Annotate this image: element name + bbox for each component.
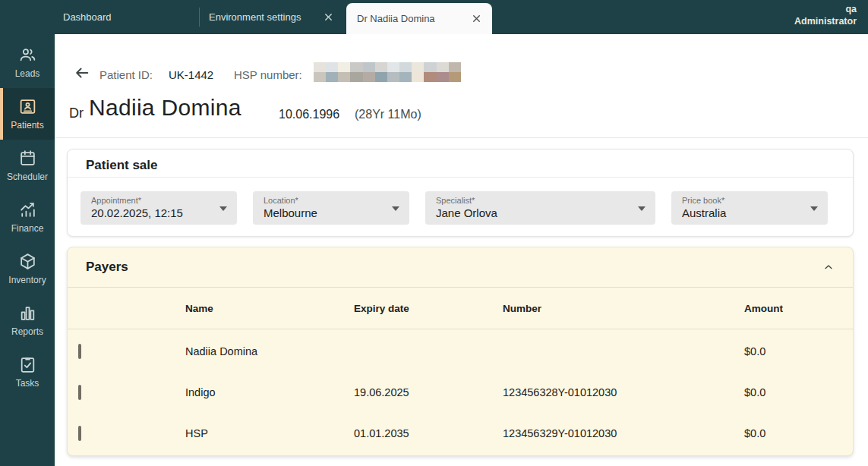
- payer-row: HSP 01.01.2035 123456329Y-01012030 $0.0: [68, 413, 853, 454]
- patient-name: Nadiia Domina: [89, 95, 241, 121]
- payer-amount: $0.0: [744, 386, 853, 398]
- close-icon[interactable]: [323, 11, 334, 23]
- payer-expiry: 01.01.2035: [354, 427, 503, 439]
- payer-number: 123456328Y-01012030: [503, 386, 744, 398]
- tab-label: Dr Nadiia Domina: [357, 13, 435, 24]
- field-label: Location*: [264, 196, 388, 205]
- field-value: Melbourne: [264, 206, 388, 219]
- column-header-amount: Amount: [744, 303, 853, 314]
- clipboard-check-icon: [18, 355, 37, 374]
- tab-dashboard[interactable]: Dashboard: [55, 0, 199, 34]
- close-icon[interactable]: [471, 13, 482, 24]
- patient-age: (28Yr 11Mo): [355, 108, 421, 121]
- payer-row: Indigo 19.06.2025 123456328Y-01012030 $0…: [68, 372, 853, 413]
- payers-title: Payers: [86, 260, 128, 275]
- cube-icon: [18, 252, 37, 271]
- sidebar-item-label: Inventory: [8, 275, 46, 285]
- id-card-icon: [18, 97, 37, 116]
- payer-name: HSP: [185, 427, 354, 439]
- finance-chart-icon: [18, 200, 37, 219]
- field-label: Appointment*: [91, 196, 216, 205]
- sidebar-item-tasks[interactable]: Tasks: [0, 346, 55, 398]
- sidebar-item-reports[interactable]: Reports: [0, 294, 55, 346]
- field-value: Jane Orlova: [436, 206, 634, 219]
- chevron-up-icon[interactable]: [822, 261, 835, 273]
- location-select[interactable]: Location* Melbourne: [253, 191, 409, 225]
- sidebar-item-label: Finance: [11, 223, 44, 234]
- hsp-redacted: [314, 62, 461, 82]
- field-value: 20.02.2025, 12:15: [91, 206, 216, 219]
- sidebar-item-label: Scheduler: [7, 172, 48, 182]
- column-header-name: Name: [185, 303, 354, 314]
- sidebar-item-leads[interactable]: Leads: [0, 36, 55, 88]
- dropdown-arrow-icon: [810, 206, 818, 211]
- user-name: qa: [794, 4, 857, 16]
- calendar-icon: [18, 149, 37, 168]
- payer-amount: $0.0: [744, 345, 853, 357]
- people-icon: [18, 46, 37, 65]
- dropdown-arrow-icon: [638, 206, 645, 211]
- appointment-select[interactable]: Appointment* 20.02.2025, 12:15: [80, 191, 237, 225]
- tab-dr-nadiia-domina[interactable]: Dr Nadiia Domina: [346, 3, 492, 34]
- patient-sale-card: Patient sale Appointment* 20.02.2025, 12…: [67, 149, 854, 237]
- hsp-number-label: HSP number:: [234, 68, 302, 81]
- payer-number: 123456329Y-01012030: [503, 427, 744, 439]
- payer-name: Nadiia Domina: [185, 345, 354, 357]
- sidebar-item-scheduler[interactable]: Scheduler: [0, 140, 55, 191]
- sidebar-item-inventory[interactable]: Inventory: [0, 243, 55, 294]
- tab-label: Dashboard: [63, 11, 112, 23]
- topbar: Dashboard Environment settings Dr Nadiia…: [0, 0, 868, 34]
- header-divider: [55, 137, 868, 138]
- tab-environment-settings[interactable]: Environment settings: [199, 0, 346, 34]
- patient-id-value: UK-1442: [169, 68, 213, 81]
- row-checkbox[interactable]: [78, 344, 81, 359]
- tab-label: Environment settings: [209, 11, 301, 23]
- patient-title-prefix: Dr: [69, 105, 84, 121]
- back-arrow-icon[interactable]: [74, 65, 90, 81]
- user-badge[interactable]: qa Administrator: [794, 4, 857, 27]
- payers-table-header: Name Expiry date Number Amount: [68, 288, 853, 329]
- sidebar-item-label: Patients: [11, 120, 43, 131]
- payers-table-body: Nadiia Domina $0.0 Indigo 19.06.2025 123…: [68, 329, 853, 454]
- user-role: Administrator: [794, 16, 857, 28]
- payer-expiry: 19.06.2025: [354, 386, 503, 398]
- dropdown-arrow-icon: [219, 206, 227, 211]
- bar-chart-icon: [18, 304, 37, 323]
- field-value: Australia: [682, 206, 806, 219]
- payer-name: Indigo: [185, 386, 354, 398]
- patient-dob: 10.06.1996: [279, 108, 339, 121]
- specialist-select[interactable]: Specialist* Jane Orlova: [425, 191, 655, 225]
- payer-row: Nadiia Domina $0.0: [68, 331, 853, 372]
- payers-header: Payers: [68, 247, 853, 288]
- payers-card: Payers Name Expiry date Number Amount Na…: [67, 247, 854, 456]
- sidebar-item-label: Tasks: [16, 378, 39, 389]
- main-content: Patient ID: UK-1442 HSP number: Dr Nadii…: [55, 34, 868, 466]
- payer-amount: $0.0: [744, 427, 853, 439]
- sidebar: Leads Patients Scheduler Finance: [0, 34, 55, 466]
- column-header-expiry-date: Expiry date: [354, 303, 503, 314]
- sidebar-item-label: Reports: [11, 326, 43, 337]
- price-book-select[interactable]: Price book* Australia: [671, 191, 828, 225]
- patient-sale-fields: Appointment* 20.02.2025, 12:15 Location*…: [80, 191, 828, 225]
- field-label: Specialist*: [436, 196, 634, 205]
- sidebar-item-label: Leads: [15, 68, 40, 79]
- sidebar-item-finance[interactable]: Finance: [0, 191, 55, 243]
- field-label: Price book*: [682, 196, 806, 205]
- patient-id-label: Patient ID:: [99, 68, 153, 81]
- patient-sale-title: Patient sale: [68, 150, 853, 178]
- row-checkbox[interactable]: [78, 426, 81, 441]
- column-header-number: Number: [503, 303, 744, 314]
- dropdown-arrow-icon: [392, 206, 399, 211]
- sidebar-item-patients[interactable]: Patients: [0, 88, 55, 140]
- row-checkbox[interactable]: [78, 385, 81, 400]
